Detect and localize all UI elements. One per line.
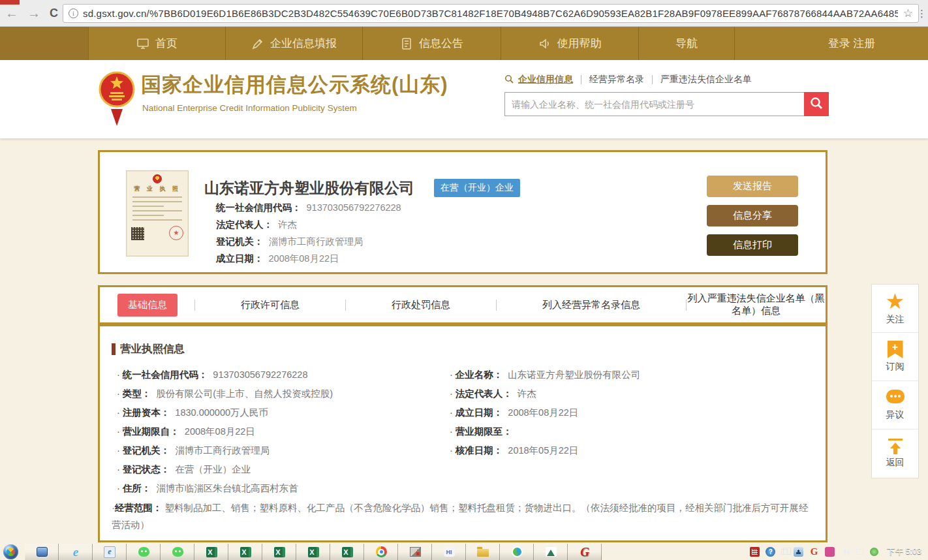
detail-value: 塑料制品加工、销售；塑料原料、化工产品（不含危险化学品）销售；塑料托盘租赁；货物…: [112, 503, 808, 530]
folder-icon: [477, 549, 489, 557]
field-label: 法定代表人：: [216, 219, 273, 230]
detail-value: 股份有限公司(非上市、自然人投资或控股): [156, 388, 333, 399]
tray-red-app-icon[interactable]: [750, 547, 760, 557]
sidebar-item-back-to-top[interactable]: 返回: [872, 429, 918, 478]
page-info-icon[interactable]: i: [69, 8, 78, 18]
url-bar[interactable]: i sd.gsxt.gov.cn/%7BB6D019E6D1B6E86B3DC2…: [63, 4, 919, 23]
field-value: 许杰: [278, 219, 297, 230]
browser-reload-button[interactable]: C: [50, 6, 58, 20]
taskbar-app-wechat-2[interactable]: [161, 544, 194, 560]
detail-row: ·法定代表人：许杰: [444, 384, 812, 403]
tab-admin-license[interactable]: 行政许可信息: [195, 299, 345, 311]
browser-toolbar: ← → C i sd.gsxt.gov.cn/%7BB6D019E6D1B6E8…: [0, 0, 928, 27]
network-icon[interactable]: [856, 549, 864, 555]
taskbar-app-red-g[interactable]: G: [568, 544, 602, 560]
nav-item-label: 登录 注册: [828, 36, 876, 51]
taskbar-app-chrome[interactable]: [364, 544, 398, 560]
browser-back-button[interactable]: ←: [5, 6, 18, 20]
national-emblem-logo: [98, 69, 136, 126]
detail-label: 企业名称：: [456, 369, 503, 380]
detail-label: 登记状态：: [123, 464, 170, 474]
taskbar-clock[interactable]: 下午 5:03: [884, 546, 921, 557]
business-license-thumbnail[interactable]: 营 业 执 照 ★: [126, 170, 189, 257]
volume-icon[interactable]: [841, 547, 850, 557]
search-tab-abnormal-list[interactable]: 经营异常名录: [589, 74, 644, 86]
detail-label: 注册资本：: [123, 407, 170, 418]
nav-item-navigation[interactable]: 导航: [638, 27, 734, 60]
wechat-icon: [138, 547, 149, 557]
tray-help-icon[interactable]: ?: [766, 547, 775, 557]
nav-item-label: 首页: [155, 36, 178, 51]
excel-icon: X: [274, 547, 285, 557]
taskbar-app-ie[interactable]: e: [59, 544, 93, 560]
taskbar-app-baidu-hi[interactable]: HI: [432, 544, 466, 560]
license-qr-code: [131, 227, 144, 240]
tab-basic-info[interactable]: 基础信息: [117, 294, 178, 317]
send-report-button[interactable]: 发送报告: [707, 176, 798, 197]
arrow-up-icon: [888, 439, 903, 454]
detail-label: 营业期限自：: [123, 426, 179, 437]
taskbar-app-swirl[interactable]: [500, 544, 534, 560]
swirl-app-icon: [512, 546, 523, 557]
field-label: 成立日期：: [216, 253, 264, 264]
field-label: 统一社会信用代码：: [216, 202, 302, 213]
taskbar-app-excel-1[interactable]: X: [194, 544, 228, 560]
sidebar-item-dispute[interactable]: 异议: [872, 381, 918, 429]
detail-value: 在营（开业）企业: [175, 464, 251, 474]
company-name: 山东诺亚方舟塑业股份有限公司: [204, 178, 414, 198]
taskbar-app-wechat-1[interactable]: [127, 544, 161, 560]
browser-forward-button[interactable]: →: [27, 6, 40, 20]
nav-item-home[interactable]: 首页: [88, 27, 225, 60]
search-tab-credit-info[interactable]: 企业信用信息: [518, 74, 573, 86]
tray-restore-window-icon[interactable]: [781, 549, 788, 555]
nav-item-enterprise-report[interactable]: 企业信息填报: [225, 27, 362, 60]
tab-abnormal-operations[interactable]: 列入经营异常名录信息: [497, 299, 686, 311]
search-button[interactable]: [804, 92, 829, 116]
taskbar-app-photo[interactable]: [398, 544, 432, 560]
detail-row: ·成立日期：2008年08月22日: [444, 403, 812, 422]
sidebar-item-follow[interactable]: ★ 关注: [872, 285, 918, 333]
sidebar-item-subscribe[interactable]: + 订阅: [872, 333, 918, 381]
detail-row: [444, 479, 812, 498]
tab-blacklist[interactable]: 列入严重违法失信企业名单（黑名单）信息: [687, 292, 826, 317]
bookmark-plus-icon: +: [888, 341, 903, 358]
site-title: 国家企业信用信息公示系统(山东): [141, 71, 448, 99]
detail-row: ·登记状态：在营（开业）企业: [112, 460, 444, 479]
detail-row: ·住所：淄博市临淄区朱台镇北高西村东首: [112, 479, 444, 498]
browser-menu-icon[interactable]: ⋮: [917, 8, 927, 20]
taskbar-app-excel-4[interactable]: X: [296, 544, 330, 560]
taskbar-app-excel-2[interactable]: X: [228, 544, 262, 560]
taskbar-app-folder[interactable]: [466, 544, 500, 560]
windows-taskbar: e e X X X X X HI G ? G 下午 5:03: [0, 544, 928, 560]
taskbar-app-pyramid[interactable]: [534, 544, 568, 560]
bookmark-star-icon[interactable]: ☆: [903, 7, 913, 20]
taskbar-app-window[interactable]: [25, 544, 59, 560]
tray-red-c-icon[interactable]: G: [809, 547, 819, 557]
detail-label: 经营范围：: [115, 503, 162, 513]
taskbar-app-excel-5[interactable]: X: [330, 544, 364, 560]
nav-item-announcements[interactable]: 信息公告: [362, 27, 501, 60]
detail-value: 山东诺亚方舟塑业股份有限公司: [508, 369, 640, 380]
sidebar-item-label: 返回: [886, 457, 905, 469]
search-tab-illegal-list[interactable]: 严重违法失信企业名单: [660, 74, 752, 86]
tray-user-icon[interactable]: [794, 547, 803, 557]
taskbar-app-excel-3[interactable]: X: [262, 544, 296, 560]
company-field-row: 登记机关：淄博市工商行政管理局: [216, 233, 401, 250]
tray-green-app-icon[interactable]: [870, 548, 878, 556]
site-header: 国家企业信用信息公示系统(山东) National Enterprise Cre…: [0, 60, 928, 138]
site-main-nav: 首页 企业信息填报 信息公告 使用帮助 导航 登录 注册: [0, 27, 928, 60]
search-input[interactable]: [504, 92, 804, 116]
tray-pink-app-icon[interactable]: [825, 547, 835, 557]
tab-admin-penalty[interactable]: 行政处罚信息: [346, 299, 496, 311]
share-info-button[interactable]: 信息分享: [707, 205, 798, 226]
print-info-button[interactable]: 信息打印: [707, 234, 798, 256]
section-marker-bar: [112, 343, 116, 355]
field-label: 登记机关：: [216, 236, 264, 247]
url-text[interactable]: sd.gsxt.gov.cn/%7BB6D019E6D1B6E86B3DC2B3…: [83, 8, 898, 19]
nav-item-help[interactable]: 使用帮助: [501, 27, 638, 60]
start-button[interactable]: [3, 544, 18, 559]
detail-row: ·登记机关：淄博市工商行政管理局: [112, 441, 444, 460]
license-emblem-icon: [153, 174, 162, 183]
taskbar-app-browser-window[interactable]: e: [93, 544, 127, 560]
nav-item-login-register[interactable]: 登录 注册: [734, 27, 928, 60]
